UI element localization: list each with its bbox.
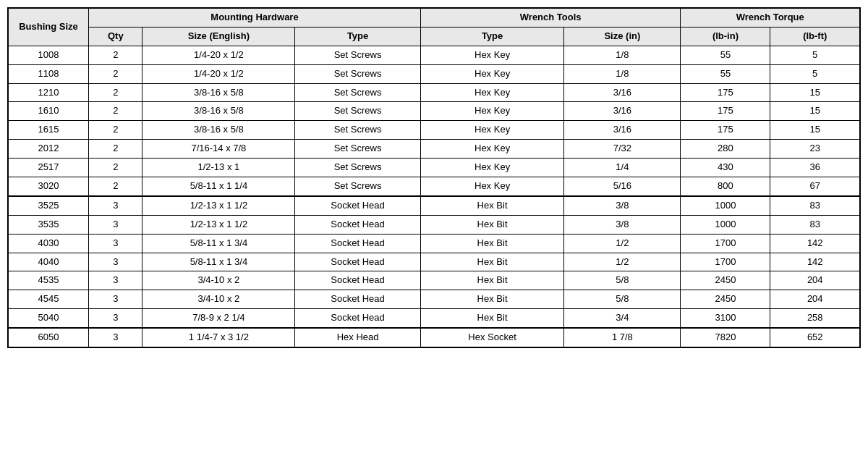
wrench-size-cell: 1/2 [564, 253, 681, 271]
wrench-type-cell: Hex Bit [420, 271, 563, 290]
lb-ft-cell: 258 [770, 309, 860, 328]
wrench-size-cell: 3/4 [564, 309, 681, 328]
wrench-size-cell: 1/8 [564, 46, 681, 64]
qty-cell: 3 [89, 290, 142, 309]
wrench-size-cell: 1/8 [564, 64, 681, 83]
lb-in-cell: 2450 [681, 290, 770, 309]
type-cell: Set Screws [295, 140, 421, 159]
bushing-cell: 3535 [8, 215, 89, 234]
bushing-cell: 2517 [8, 159, 89, 177]
wrench-size-cell: 3/16 [564, 83, 681, 102]
wrench-type-cell: Hex Key [420, 121, 563, 140]
bushing-cell: 4040 [8, 253, 89, 271]
table-row: 161023/8-16 x 5/8Set ScrewsHex Key3/1617… [8, 102, 860, 121]
table-row: 251721/2-13 x 1Set ScrewsHex Key1/443036 [8, 159, 860, 177]
type-header: Type [295, 27, 421, 46]
bushing-cell: 1210 [8, 83, 89, 102]
qty-cell: 3 [89, 234, 142, 253]
lb-ft-cell: 5 [770, 64, 860, 83]
lb-ft-cell: 15 [770, 121, 860, 140]
table-row: 404035/8-11 x 1 3/4Socket HeadHex Bit1/2… [8, 253, 860, 271]
lb-in-cell: 430 [681, 159, 770, 177]
type-cell: Socket Head [295, 309, 421, 328]
table-row: 453533/4-10 x 2Socket HeadHex Bit5/82450… [8, 271, 860, 290]
lb-ft-cell: 83 [770, 196, 860, 215]
wrench-size-cell: 3/8 [564, 196, 681, 215]
qty-cell: 3 [89, 253, 142, 271]
size-eng-cell: 1/2-13 x 1 1/2 [142, 215, 295, 234]
wrench-type-cell: Hex Socket [420, 328, 563, 347]
wrench-type-cell: Hex Bit [420, 196, 563, 215]
bushing-cell: 4535 [8, 271, 89, 290]
type-cell: Socket Head [295, 253, 421, 271]
type-cell: Set Screws [295, 159, 421, 177]
qty-header: Qty [89, 27, 142, 46]
bushing-cell: 1008 [8, 46, 89, 64]
qty-cell: 2 [89, 102, 142, 121]
lb-in-header: (lb-in) [681, 27, 770, 46]
table-row: 352531/2-13 x 1 1/2Socket HeadHex Bit3/8… [8, 196, 860, 215]
bushing-cell: 3020 [8, 177, 89, 196]
table-row: 100821/4-20 x 1/2Set ScrewsHex Key1/8555 [8, 46, 860, 64]
bushing-cell: 1610 [8, 102, 89, 121]
table-row: 121023/8-16 x 5/8Set ScrewsHex Key3/1617… [8, 83, 860, 102]
type-cell: Set Screws [295, 177, 421, 196]
wrench-type-cell: Hex Bit [420, 290, 563, 309]
lb-in-cell: 175 [681, 102, 770, 121]
type-cell: Set Screws [295, 102, 421, 121]
lb-in-cell: 280 [681, 140, 770, 159]
lb-in-cell: 3100 [681, 309, 770, 328]
size-eng-cell: 5/8-11 x 1 3/4 [142, 253, 295, 271]
qty-cell: 2 [89, 64, 142, 83]
size-eng-cell: 7/8-9 x 2 1/4 [142, 309, 295, 328]
bushing-cell: 2012 [8, 140, 89, 159]
type-cell: Socket Head [295, 290, 421, 309]
wrench-size-cell: 3/16 [564, 121, 681, 140]
bushing-cell: 5040 [8, 309, 89, 328]
bushing-cell: 1615 [8, 121, 89, 140]
bushing-cell: 4545 [8, 290, 89, 309]
wrench-type-cell: Hex Bit [420, 215, 563, 234]
wrench-torque-header: Wrench Torque [681, 8, 860, 27]
lb-in-cell: 175 [681, 121, 770, 140]
qty-cell: 2 [89, 83, 142, 102]
type-cell: Set Screws [295, 121, 421, 140]
bushing-size-header: Bushing Size [8, 8, 89, 46]
wrench-size-cell: 3/16 [564, 102, 681, 121]
type-cell: Set Screws [295, 46, 421, 64]
wrench-size-cell: 5/8 [564, 271, 681, 290]
size-eng-cell: 1/2-13 x 1 [142, 159, 295, 177]
lb-ft-cell: 652 [770, 328, 860, 347]
table-row: 110821/4-20 x 1/2Set ScrewsHex Key1/8555 [8, 64, 860, 83]
size-eng-cell: 3/8-16 x 5/8 [142, 121, 295, 140]
wrench-type-cell: Hex Key [420, 102, 563, 121]
lb-in-cell: 7820 [681, 328, 770, 347]
bushing-cell: 3525 [8, 196, 89, 215]
wrench-type-cell: Hex Key [420, 177, 563, 196]
table-row: 161523/8-16 x 5/8Set ScrewsHex Key3/1617… [8, 121, 860, 140]
wrench-size-header: Size (in) [564, 27, 681, 46]
type-cell: Set Screws [295, 64, 421, 83]
wrench-size-cell: 5/16 [564, 177, 681, 196]
table-row: 302025/8-11 x 1 1/4Set ScrewsHex Key5/16… [8, 177, 860, 196]
lb-ft-header: (lb-ft) [770, 27, 860, 46]
size-eng-cell: 1/4-20 x 1/2 [142, 46, 295, 64]
lb-in-cell: 2450 [681, 271, 770, 290]
table-row: 605031 1/4-7 x 3 1/2Hex HeadHex Socket1 … [8, 328, 860, 347]
wrench-type-header: Type [420, 27, 563, 46]
lb-in-cell: 1000 [681, 196, 770, 215]
lb-in-cell: 175 [681, 83, 770, 102]
wrench-type-cell: Hex Bit [420, 234, 563, 253]
wrench-size-cell: 1/4 [564, 159, 681, 177]
bushing-cell: 6050 [8, 328, 89, 347]
bushing-cell: 4030 [8, 234, 89, 253]
lb-ft-cell: 204 [770, 271, 860, 290]
lb-in-cell: 1000 [681, 215, 770, 234]
lb-ft-cell: 15 [770, 83, 860, 102]
size-eng-cell: 5/8-11 x 1 3/4 [142, 234, 295, 253]
qty-cell: 2 [89, 159, 142, 177]
lb-ft-cell: 36 [770, 159, 860, 177]
wrench-size-cell: 3/8 [564, 215, 681, 234]
size-eng-cell: 1/4-20 x 1/2 [142, 64, 295, 83]
size-eng-cell: 1 1/4-7 x 3 1/2 [142, 328, 295, 347]
